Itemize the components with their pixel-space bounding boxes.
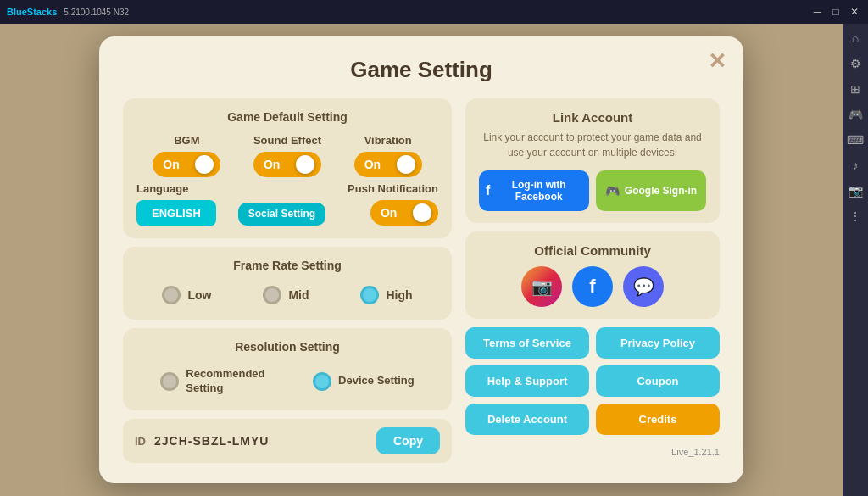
sound-group: Sound Effect On [253, 134, 321, 177]
community-icons: 📷 f 💬 [479, 266, 706, 307]
home-icon[interactable]: ⌂ [846, 29, 865, 47]
frame-rate-title: Frame Rate Setting [136, 259, 438, 272]
vibration-state: On [364, 158, 381, 171]
google-login-button[interactable]: 🎮 Google Sign-in [596, 170, 706, 211]
copy-button[interactable]: Copy [376, 427, 440, 454]
facebook-community-button[interactable]: f [572, 266, 613, 307]
google-login-label: Google Sign-in [625, 185, 697, 197]
language-label: Language [136, 182, 188, 195]
terms-of-service-button[interactable]: Terms of Service [465, 327, 589, 359]
push-notification-group: Push Notification On [348, 182, 438, 226]
discord-logo-icon: 💬 [633, 276, 654, 297]
vibration-toggle[interactable]: On [354, 152, 422, 177]
frame-rate-options: Low Mid High [136, 282, 438, 308]
frame-mid-label: Mid [288, 288, 309, 302]
res-recommended-label: RecommendedSetting [186, 367, 264, 396]
frame-high-radio [360, 286, 379, 304]
frame-low-radio [162, 286, 181, 304]
resolution-section: Resolution Setting RecommendedSetting De… [123, 328, 452, 411]
apps-icon[interactable]: ⊞ [846, 80, 865, 98]
push-knob [413, 203, 431, 222]
instagram-button[interactable]: 📷 [521, 266, 562, 307]
link-account-section: Link Account Link your account to protec… [465, 98, 720, 223]
frame-mid-option[interactable]: Mid [263, 286, 309, 304]
coupon-button[interactable]: Coupon [596, 365, 720, 397]
frame-rate-section: Frame Rate Setting Low Mid High [123, 247, 452, 320]
res-recommended-radio [160, 372, 179, 391]
facebook-login-button[interactable]: f Log-in with Facebook [479, 170, 589, 211]
vibration-label: Vibration [364, 134, 412, 147]
window-controls: ─ □ ✕ [810, 6, 861, 18]
maximize-icon[interactable]: □ [829, 6, 843, 18]
gamepad-logo-icon: 🎮 [605, 184, 620, 198]
link-account-description: Link your account to protect your game d… [479, 130, 706, 160]
res-device-option[interactable]: Device Setting [313, 372, 415, 391]
language-button[interactable]: ENGLISH [136, 200, 216, 226]
res-device-radio [313, 372, 331, 391]
id-row: ID 2JCH-SBZL-LMYU Copy [123, 419, 452, 463]
frame-low-label: Low [187, 288, 211, 302]
frame-low-option[interactable]: Low [162, 286, 211, 304]
resolution-options: RecommendedSetting Device Setting [136, 364, 438, 399]
game-setting-modal: Game Setting ✕ Game Default Setting BGM … [99, 36, 743, 484]
right-panel: Link Account Link your account to protec… [465, 98, 720, 464]
sound-toggle[interactable]: On [253, 152, 321, 177]
credits-button[interactable]: Credits [596, 404, 720, 435]
sound-state: On [264, 158, 280, 171]
facebook-logo-icon: f [589, 276, 595, 298]
version-text: Live_1.21.1 [465, 447, 720, 457]
bgm-toggle[interactable]: On [153, 152, 220, 177]
vibration-knob [397, 155, 415, 174]
gamepad-icon[interactable]: 🎮 [846, 105, 865, 124]
settings-icon[interactable]: ⚙ [846, 54, 865, 73]
language-group: Language ENGLISH [136, 182, 216, 226]
modal-title: Game Setting [123, 57, 720, 83]
default-setting-title: Game Default Setting [136, 110, 438, 124]
bgm-group: BGM On [153, 134, 220, 177]
discord-button[interactable]: 💬 [623, 266, 664, 307]
res-device-label: Device Setting [338, 374, 415, 388]
instagram-logo-icon: 📷 [531, 276, 553, 297]
action-buttons-grid: Terms of Service Privacy Policy Help & S… [465, 327, 720, 435]
res-recommended-option[interactable]: RecommendedSetting [160, 367, 264, 396]
game-default-setting-section: Game Default Setting BGM On Sound Effect [123, 98, 452, 238]
sound-knob [296, 155, 314, 174]
camera-icon[interactable]: 📷 [846, 181, 865, 200]
frame-mid-radio [263, 286, 281, 304]
facebook-icon: f [486, 183, 490, 198]
vibration-group: Vibration On [354, 134, 422, 177]
facebook-login-label: Log-in with Facebook [495, 179, 582, 203]
official-community-section: Official Community 📷 f 💬 [465, 231, 720, 319]
social-group: Social Setting [238, 182, 326, 226]
bgm-label: BGM [174, 134, 199, 147]
privacy-policy-button[interactable]: Privacy Policy [596, 327, 720, 359]
bgm-state: On [163, 158, 179, 171]
social-setting-button[interactable]: Social Setting [238, 203, 326, 226]
minimize-icon[interactable]: ─ [810, 6, 824, 18]
bgm-knob [195, 155, 214, 174]
toggle-row-main: BGM On Sound Effect On [136, 134, 438, 177]
close-icon[interactable]: ✕ [848, 6, 861, 18]
frame-high-option[interactable]: High [360, 286, 412, 304]
community-title: Official Community [479, 243, 706, 258]
link-account-title: Link Account [479, 110, 706, 125]
push-toggle[interactable]: On [370, 200, 438, 226]
bluestacks-toolbar: BlueStacks 5.2100.1045 N32 ─ □ ✕ [0, 0, 868, 24]
volume-icon[interactable]: ♪ [846, 156, 865, 175]
frame-high-label: High [386, 288, 412, 302]
keyboard-icon[interactable]: ⌨ [846, 131, 865, 149]
help-support-button[interactable]: Help & Support [465, 365, 589, 397]
bluestacks-version: 5.2100.1045 N32 [64, 8, 129, 17]
left-panel: Game Default Setting BGM On Sound Effect [123, 98, 452, 464]
more-icon[interactable]: ⋮ [846, 207, 865, 226]
sound-label: Sound Effect [253, 134, 321, 147]
delete-account-button[interactable]: Delete Account [465, 404, 589, 435]
auth-buttons: f Log-in with Facebook 🎮 Google Sign-in [479, 170, 706, 211]
bluestacks-logo: BlueStacks [7, 7, 57, 17]
push-notification-label: Push Notification [348, 182, 438, 195]
id-value: 2JCH-SBZL-LMYU [154, 434, 368, 448]
modal-body: Game Default Setting BGM On Sound Effect [123, 98, 720, 464]
id-label: ID [135, 435, 146, 448]
close-button[interactable]: ✕ [708, 50, 726, 72]
push-state: On [381, 206, 397, 220]
